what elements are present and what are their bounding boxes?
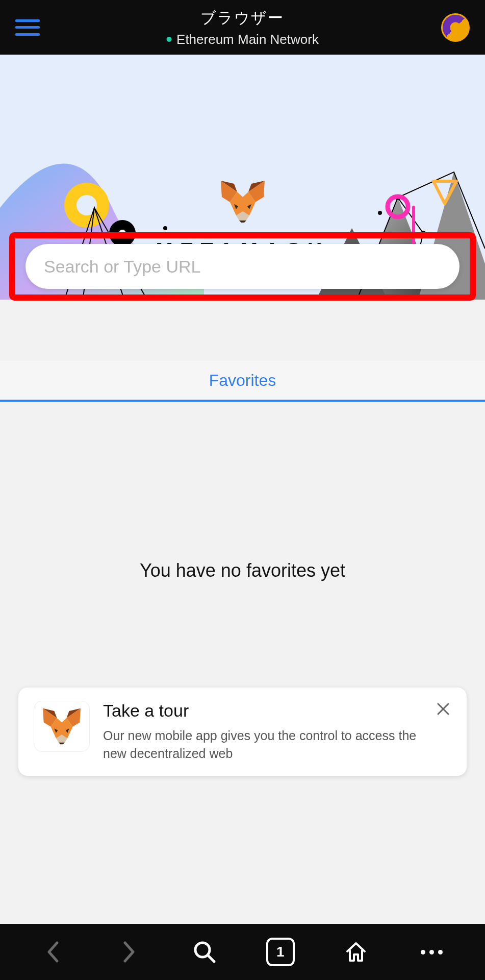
url-search-input[interactable] bbox=[44, 257, 441, 277]
search-button[interactable] bbox=[190, 938, 219, 966]
chevron-right-icon bbox=[122, 941, 136, 963]
forward-button[interactable] bbox=[115, 938, 143, 966]
tour-card-icon bbox=[34, 701, 90, 752]
svg-point-12 bbox=[378, 211, 382, 215]
hamburger-menu-icon[interactable] bbox=[15, 19, 40, 36]
svg-marker-22 bbox=[239, 220, 246, 223]
url-search-bar[interactable] bbox=[25, 244, 460, 289]
tour-card[interactable]: Take a tour Our new mobile app gives you… bbox=[18, 688, 467, 776]
network-status-dot-icon bbox=[166, 37, 171, 42]
close-icon[interactable] bbox=[435, 701, 451, 717]
metamask-fox-icon bbox=[42, 707, 82, 745]
search-highlight-box bbox=[9, 232, 476, 301]
browser-bottom-bar: 1 bbox=[0, 924, 485, 980]
empty-favorites-message: You have no favorites yet bbox=[140, 560, 345, 581]
header-center: ブラウザー Ethereum Main Network bbox=[166, 8, 319, 47]
tabs-row: Favorites bbox=[0, 361, 485, 402]
tour-card-description: Our new mobile app gives you the control… bbox=[103, 727, 422, 763]
tab-count-value: 1 bbox=[276, 944, 285, 960]
tabs-button[interactable]: 1 bbox=[266, 938, 295, 966]
network-name: Ethereum Main Network bbox=[176, 32, 319, 47]
home-icon bbox=[344, 940, 368, 964]
tab-count-badge: 1 bbox=[266, 938, 295, 966]
account-avatar[interactable] bbox=[441, 13, 470, 42]
search-icon bbox=[193, 940, 216, 964]
content-area: You have no favorites yet Take a tour Ou… bbox=[0, 402, 485, 924]
svg-marker-31 bbox=[59, 743, 65, 744]
app-header: ブラウザー Ethereum Main Network bbox=[0, 0, 485, 55]
more-button[interactable] bbox=[418, 938, 446, 966]
back-button[interactable] bbox=[39, 938, 67, 966]
more-icon bbox=[421, 950, 443, 954]
chevron-left-icon bbox=[46, 941, 60, 963]
network-indicator[interactable]: Ethereum Main Network bbox=[166, 32, 319, 47]
metamask-fox-icon bbox=[220, 180, 266, 224]
page-title: ブラウザー bbox=[166, 8, 319, 29]
tour-card-title: Take a tour bbox=[103, 701, 422, 721]
tab-favorites[interactable]: Favorites bbox=[209, 371, 276, 390]
tour-card-text: Take a tour Our new mobile app gives you… bbox=[103, 701, 422, 763]
home-button[interactable] bbox=[342, 938, 370, 966]
